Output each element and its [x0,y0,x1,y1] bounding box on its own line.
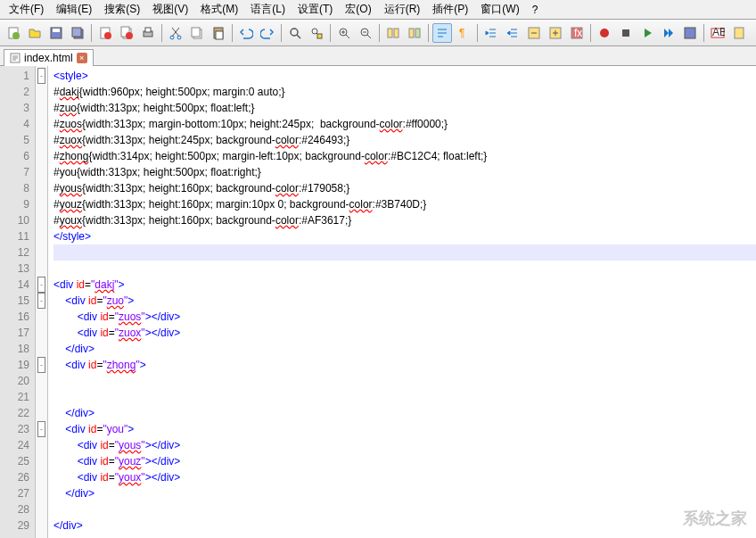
close-button[interactable] [95,23,115,43]
code-line[interactable]: #dakj{width:960px; height:500px; margin:… [53,84,756,100]
menu-language[interactable]: 语言(L) [245,0,291,19]
sync-button[interactable] [383,23,403,43]
replace-button[interactable] [307,23,326,43]
redo-button[interactable] [258,23,277,43]
code-line[interactable]: </div> [53,341,756,357]
svg-rect-21 [317,34,322,38]
file-icon [10,53,21,63]
open-file-button[interactable] [25,23,45,43]
tab-label: index.html [24,52,73,64]
tab-index-html[interactable]: index.html × [4,49,94,66]
play-button[interactable] [637,23,657,43]
code-line[interactable]: <div id="zuo"> [53,293,756,309]
svg-text:ABC: ABC [712,26,725,38]
new-file-button[interactable] [4,23,23,43]
code-line[interactable]: #zhong{width:314px; height:500px; margin… [53,148,756,164]
code-line[interactable] [53,261,756,277]
copy-button[interactable] [187,23,207,43]
fold-toggle[interactable]: - [37,68,45,84]
code-line[interactable] [53,389,756,405]
svg-rect-35 [685,28,695,38]
find-button[interactable] [285,23,305,43]
menu-file[interactable]: 文件(F) [4,0,49,19]
menu-help[interactable]: ? [527,2,544,18]
zoom-in-button[interactable] [334,23,354,43]
code-line[interactable]: <div id="zhong"> [53,357,756,373]
svg-text:fx: fx [574,27,582,39]
code-line[interactable] [53,373,756,389]
code-line[interactable] [53,244,756,261]
code-line[interactable]: <div id="youz"></div> [53,453,756,469]
undo-button[interactable] [236,23,256,43]
menu-view[interactable]: 视图(V) [147,0,193,19]
code-line[interactable]: #you{width:313px; height:500px; float:ri… [53,164,756,180]
print-button[interactable] [138,23,158,43]
cut-button[interactable] [166,23,185,43]
stop-button[interactable] [616,23,636,43]
menu-search[interactable]: 搜索(S) [99,0,145,19]
svg-rect-18 [216,31,223,39]
code-line[interactable]: #zuos{width:313px; margin-bottom:10px; h… [53,116,756,132]
svg-rect-25 [394,29,399,37]
fold-toggle[interactable]: - [37,357,45,373]
code-line[interactable]: <div id="dakj"> [53,277,756,293]
editor: 1234567891011121314151617181920212223242… [0,66,756,538]
save-all-button[interactable] [68,23,87,43]
svg-point-1 [12,32,20,39]
menu-run[interactable]: 运行(R) [379,0,426,19]
fold-toggle[interactable]: - [37,277,45,293]
svg-text:¶: ¶ [459,27,464,39]
code-line[interactable]: <div id="zuox"></div> [53,325,756,341]
paste-button[interactable] [209,23,228,43]
code-line[interactable]: <div id="you"> [53,421,756,437]
code-line[interactable]: #youx{width:313px; height:160px; backgro… [53,212,756,228]
menu-window[interactable]: 窗口(W) [475,0,524,19]
svg-rect-3 [53,29,60,32]
record-button[interactable] [595,23,614,43]
menu-macro[interactable]: 宏(O) [340,0,376,19]
code-line[interactable]: </div> [53,485,756,501]
menu-format[interactable]: 格式(M) [195,0,243,19]
code-line[interactable]: </style> [53,228,756,244]
close-all-button[interactable] [117,23,136,43]
menu-edit[interactable]: 编辑(E) [51,0,97,19]
tab-close-button[interactable]: × [77,53,87,63]
outdent-button[interactable] [503,23,522,43]
code-line[interactable]: #zuox{width:313px; height:245px; backgro… [53,132,756,148]
wrap-button[interactable] [432,23,452,43]
menu-bar: 文件(F) 编辑(E) 搜索(S) 视图(V) 格式(M) 语言(L) 设置(T… [0,0,756,20]
svg-point-10 [126,32,133,39]
code-line[interactable]: <div id="youx"></div> [53,469,756,485]
save-macro-button[interactable] [680,23,700,43]
fold-gutter: ----- [36,66,48,538]
fast-forward-button[interactable] [659,23,678,43]
doc-button[interactable] [729,23,749,43]
code-line[interactable] [53,501,756,517]
fold-toggle[interactable]: - [37,293,45,309]
fold-button[interactable] [524,23,544,43]
code-line[interactable]: #zuo{width:313px; height:500px; float:le… [53,100,756,116]
show-all-button[interactable]: ¶ [454,23,473,43]
fold-toggle[interactable]: - [37,421,45,437]
function-list-button[interactable]: fx [567,23,587,43]
code-line[interactable]: #youz{width:313px; height:160px; margin:… [53,196,756,212]
svg-rect-12 [145,28,151,32]
spellcheck-button[interactable]: ABC [708,23,727,43]
code-area[interactable]: <style>#dakj{width:960px; height:500px; … [48,66,756,538]
code-line[interactable]: <div id="zuos"></div> [53,309,756,325]
save-button[interactable] [46,23,66,43]
tab-bar: index.html × [0,46,756,66]
unfold-button[interactable] [546,23,565,43]
svg-rect-5 [72,28,81,37]
indent-button[interactable] [481,23,501,43]
code-line[interactable]: <style> [53,68,756,84]
menu-plugins[interactable]: 插件(P) [427,0,473,19]
svg-rect-16 [192,28,200,37]
zoom-out-button[interactable] [356,23,375,43]
code-line[interactable]: </div> [53,517,756,534]
code-line[interactable]: </div> [53,405,756,421]
sync2-button[interactable] [405,23,424,43]
code-line[interactable]: #yous{width:313px; height:160px; backgro… [53,180,756,196]
menu-settings[interactable]: 设置(T) [292,0,338,19]
code-line[interactable]: <div id="yous"></div> [53,437,756,453]
